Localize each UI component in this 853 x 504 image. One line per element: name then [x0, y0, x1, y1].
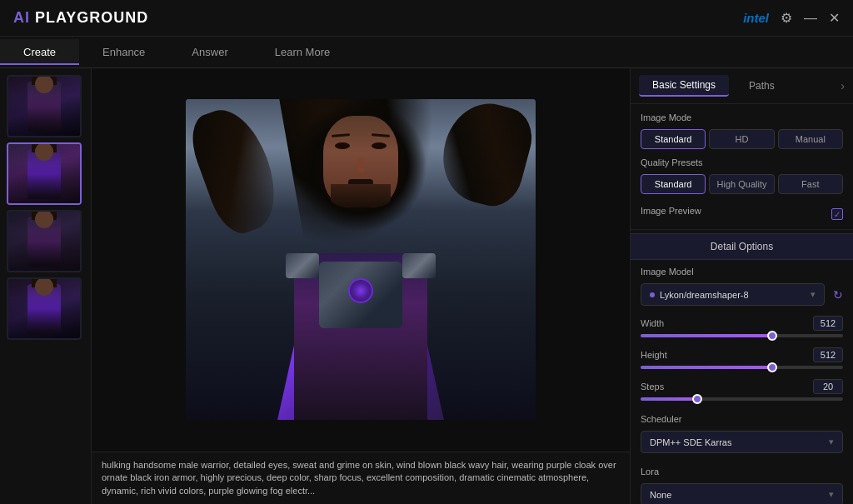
steps-value: 20 [813, 379, 843, 394]
quality-btn-fast[interactable]: Fast [778, 174, 843, 194]
tab-answer[interactable]: Answer [168, 39, 251, 65]
width-label: Width [641, 318, 664, 328]
height-slider-thumb[interactable] [767, 362, 777, 372]
quality-btn-high[interactable]: High Quality [709, 174, 774, 194]
panel-tab-basic-settings[interactable]: Basic Settings [639, 75, 729, 97]
width-value: 512 [813, 316, 843, 331]
lora-dropdown[interactable]: None ▾ [641, 483, 843, 504]
image-preview-checkbox[interactable]: ✓ [831, 208, 843, 220]
thumbnail-2[interactable] [7, 142, 82, 205]
panel-arrow-icon[interactable]: › [841, 79, 845, 92]
scheduler-row: Scheduler DPM++ SDE Karras ▾ [631, 407, 853, 460]
dropdown-chevron-icon: ▾ [811, 289, 816, 300]
refresh-icon[interactable]: ↻ [833, 288, 843, 302]
steps-slider-row: Steps 20 [631, 376, 853, 407]
prompt-text: hulking handsome male warrior, detailed … [102, 460, 616, 496]
main-generated-image [186, 99, 536, 420]
mode-btn-manual[interactable]: Manual [778, 129, 843, 149]
steps-slider-thumb[interactable] [692, 394, 702, 404]
tab-learn-more[interactable]: Learn More [252, 39, 353, 65]
checkbox-check-icon: ✓ [834, 210, 841, 219]
mode-btn-standard[interactable]: Standard [641, 129, 706, 149]
scheduler-dropdown[interactable]: DPM++ SDE Karras ▾ [641, 431, 843, 453]
prompt-display: hulking handsome male warrior, detailed … [92, 452, 630, 504]
steps-slider-fill [641, 397, 697, 401]
model-dot-icon [650, 292, 655, 297]
thumbnail-3[interactable] [7, 210, 82, 272]
width-slider-thumb[interactable] [767, 331, 777, 341]
image-mode-section: Image Mode Standard HD Manual [631, 104, 853, 157]
image-preview-label: Image Preview [641, 206, 701, 216]
image-preview-row: Image Preview ✓ [631, 202, 853, 226]
height-slider-fill [641, 366, 772, 369]
mode-btn-hd[interactable]: HD [709, 129, 774, 149]
scheduler-label: Scheduler [641, 414, 843, 424]
image-model-dropdown[interactable]: Lykon/dreamshaper-8 ▾ [641, 283, 825, 306]
thumbnail-1[interactable] [7, 75, 82, 137]
minimize-icon[interactable]: — [804, 11, 817, 26]
image-canvas [92, 68, 630, 452]
scheduler-chevron-icon: ▾ [829, 437, 834, 447]
lora-chevron-icon: ▾ [829, 489, 834, 500]
thumbnail-sidebar [0, 68, 92, 504]
width-slider-fill [641, 334, 772, 337]
intel-logo: intel [743, 11, 769, 25]
thumbnail-4[interactable] [7, 277, 82, 340]
quality-presets-label: Quality Presets [641, 157, 843, 167]
width-slider-track[interactable] [641, 334, 843, 337]
main-tabs: Create Enhance Answer Learn More [0, 37, 853, 68]
quality-presets-section: Quality Presets Standard High Quality Fa… [631, 157, 853, 202]
image-mode-buttons: Standard HD Manual [641, 129, 843, 149]
app-logo: AI PLAYGROUND [13, 9, 148, 27]
lora-row: Lora None ▾ [631, 460, 853, 504]
height-slider-row: Height 512 [631, 344, 853, 376]
gear-icon[interactable]: ⚙ [781, 10, 792, 26]
logo-ai: AI [13, 9, 30, 26]
panel-tab-paths[interactable]: Paths [736, 76, 788, 96]
canvas-area: hulking handsome male warrior, detailed … [92, 68, 630, 504]
header: AI PLAYGROUND intel ⚙ — ✕ [0, 0, 853, 37]
close-icon[interactable]: ✕ [829, 10, 840, 26]
tab-create[interactable]: Create [0, 39, 79, 65]
image-model-value: Lykon/dreamshaper-8 [660, 290, 749, 300]
detail-options-header: Detail Options [631, 233, 853, 260]
lora-label: Lora [641, 467, 843, 477]
logo-playground: PLAYGROUND [35, 9, 148, 26]
scheduler-value: DPM++ SDE Karras [650, 437, 731, 447]
main-content: hulking handsome male warrior, detailed … [0, 68, 853, 504]
quality-btn-standard[interactable]: Standard [641, 174, 706, 194]
steps-slider-track[interactable] [641, 397, 843, 401]
steps-label: Steps [641, 382, 664, 392]
height-value: 512 [813, 347, 843, 362]
height-slider-track[interactable] [641, 366, 843, 369]
height-label: Height [641, 350, 667, 360]
image-mode-label: Image Mode [641, 112, 843, 122]
tab-enhance[interactable]: Enhance [79, 39, 168, 65]
width-slider-row: Width 512 [631, 312, 853, 344]
header-controls: intel ⚙ — ✕ [743, 10, 840, 26]
right-panel: Basic Settings Paths › Image Mode Standa… [630, 68, 853, 504]
image-model-label: Image Model [641, 267, 843, 277]
panel-tabs: Basic Settings Paths › [631, 68, 853, 104]
quality-buttons: Standard High Quality Fast [641, 174, 843, 194]
image-model-row: Image Model Lykon/dreamshaper-8 ▾ ↻ [631, 260, 853, 312]
lora-value: None [650, 490, 671, 500]
